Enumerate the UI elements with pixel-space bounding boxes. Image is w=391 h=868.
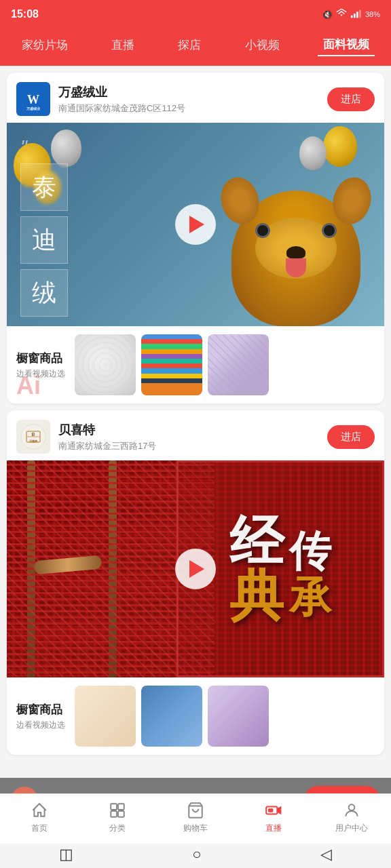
wifi-icon: [335, 9, 348, 20]
category-icon: [108, 801, 127, 820]
user-icon: [342, 801, 361, 820]
goods-img-1-2[interactable]: [141, 334, 202, 395]
svg-text:W: W: [27, 93, 39, 106]
store-logo-2: B 贝喜特: [16, 420, 50, 454]
nav-label-cart: 购物车: [183, 823, 208, 834]
nav-label-home: 首页: [31, 823, 48, 834]
play-btn-2[interactable]: [175, 549, 216, 589]
video-text-left-1: " 泰 迪 绒 ": [20, 136, 68, 326]
svg-rect-15: [111, 811, 117, 817]
video-char-dian: 典: [229, 569, 284, 623]
nav-label-live: 直播: [265, 823, 282, 834]
cart-icon: [186, 801, 205, 820]
battery-icon: 38%: [365, 10, 380, 18]
video-char-rong: 绒: [20, 269, 68, 317]
play-btn-1[interactable]: [175, 204, 216, 245]
window-goods-images-2: [75, 686, 269, 747]
window-goods-subtitle-1: 边看视频边选: [16, 368, 65, 380]
nav-btn-category[interactable]: 分类: [97, 801, 138, 834]
store-address-2: 南通家纺城金三西路17号: [58, 440, 327, 452]
nav-item-mlsp[interactable]: 面料视频: [318, 34, 375, 56]
svg-rect-14: [118, 804, 124, 810]
nav-item-tan[interactable]: 探店: [172, 35, 206, 56]
store-header-1: W 万盛绒业 万盛绒业 南通国际家纺城金茂路C区112号 进店: [7, 73, 384, 123]
system-bar: ◫ ○ ◁: [0, 844, 391, 868]
live-icon: [264, 801, 283, 820]
nav-btn-user[interactable]: 用户中心: [331, 801, 372, 834]
home-sys-btn[interactable]: ○: [179, 843, 215, 866]
window-goods-title-2: 橱窗商品: [16, 702, 65, 717]
svg-rect-2: [356, 12, 358, 18]
status-bar: 15:08 🔇 38%: [0, 0, 391, 27]
signal-icon: [350, 9, 362, 20]
top-nav: 家纺片场 直播 探店 小视频 面料视频: [0, 27, 391, 66]
svg-rect-1: [354, 14, 356, 18]
video-thumb-2[interactable]: 经 典 传 承: [7, 460, 384, 677]
store-logo-1: W 万盛绒业: [16, 82, 50, 116]
window-goods-title-1: 橱窗商品: [16, 351, 65, 366]
svg-rect-13: [111, 804, 117, 810]
mute-icon: 🔇: [322, 9, 333, 20]
goods-img-1-1[interactable]: [75, 334, 136, 395]
store-name-1: 万盛绒业: [58, 84, 327, 100]
video-dog-image: [221, 136, 371, 326]
enter-store-btn-2[interactable]: 进店: [327, 425, 375, 449]
status-time: 15:08: [11, 8, 39, 20]
window-goods-1: 橱窗商品 边看视频边选 Ai: [7, 326, 384, 403]
nav-btn-cart[interactable]: 购物车: [175, 801, 216, 834]
svg-text:贝喜特: 贝喜特: [29, 439, 38, 443]
scroll-content: W 万盛绒业 万盛绒业 南通国际家纺城金茂路C区112号 进店: [0, 73, 391, 863]
window-goods-2: 橱窗商品 边看视频边选: [7, 677, 384, 755]
home-icon: [30, 801, 49, 820]
video-thumb-1[interactable]: " 泰 迪 绒 ": [7, 123, 384, 326]
video-char-cheng: 承: [289, 574, 331, 620]
store-name-2: 贝喜特: [58, 422, 327, 438]
video-char-chuan: 传: [289, 528, 331, 574]
video-char-tai: 泰: [20, 163, 68, 211]
menu-btn[interactable]: ◫: [45, 843, 87, 866]
store-info-2: 贝喜特 南通家纺城金三西路17号: [58, 422, 327, 452]
nav-btn-home[interactable]: 首页: [19, 801, 60, 834]
card-beixite: B 贝喜特 贝喜特 南通家纺城金三西路17号 进店: [7, 410, 384, 755]
nav-item-zb[interactable]: 直播: [106, 35, 140, 56]
bottom-nav: 首页 分类 购物车: [0, 793, 391, 844]
window-goods-subtitle-2: 边看视频边选: [16, 719, 65, 731]
goods-img-2-3[interactable]: [208, 686, 269, 747]
svg-rect-20: [269, 809, 274, 812]
card-wansheng: W 万盛绒业 万盛绒业 南通国际家纺城金茂路C区112号 进店: [7, 73, 384, 403]
window-label-1: 橱窗商品 边看视频边选 Ai: [16, 351, 65, 380]
goods-img-2-1[interactable]: [75, 686, 136, 747]
nav-label-user: 用户中心: [335, 823, 368, 834]
video-char-di: 迪: [20, 216, 68, 264]
svg-rect-3: [359, 9, 361, 18]
store-info-1: 万盛绒业 南通国际家纺城金茂路C区112号: [58, 84, 327, 115]
nav-item-xsp[interactable]: 小视频: [240, 35, 285, 56]
svg-rect-0: [351, 15, 353, 18]
store-header-2: B 贝喜特 贝喜特 南通家纺城金三西路17号 进店: [7, 410, 384, 460]
window-goods-images-1: [75, 334, 269, 395]
nav-label-category: 分类: [109, 823, 126, 834]
window-label-2: 橱窗商品 边看视频边选: [16, 702, 65, 731]
nav-item-jfpc[interactable]: 家纺片场: [16, 35, 73, 56]
store-address-1: 南通国际家纺城金茂路C区112号: [58, 102, 327, 115]
goods-img-1-3[interactable]: [208, 334, 269, 395]
back-btn[interactable]: ◁: [307, 843, 346, 866]
status-icons: 🔇 38%: [322, 9, 380, 20]
video-char-jing: 经: [229, 515, 284, 569]
svg-text:万盛绒业: 万盛绒业: [26, 106, 40, 111]
svg-point-21: [349, 804, 355, 810]
nav-btn-live[interactable]: 直播: [253, 801, 294, 834]
enter-store-btn-1[interactable]: 进店: [327, 87, 375, 111]
svg-rect-16: [118, 811, 124, 817]
goods-img-2-2[interactable]: [141, 686, 202, 747]
svg-text:B: B: [31, 432, 35, 437]
